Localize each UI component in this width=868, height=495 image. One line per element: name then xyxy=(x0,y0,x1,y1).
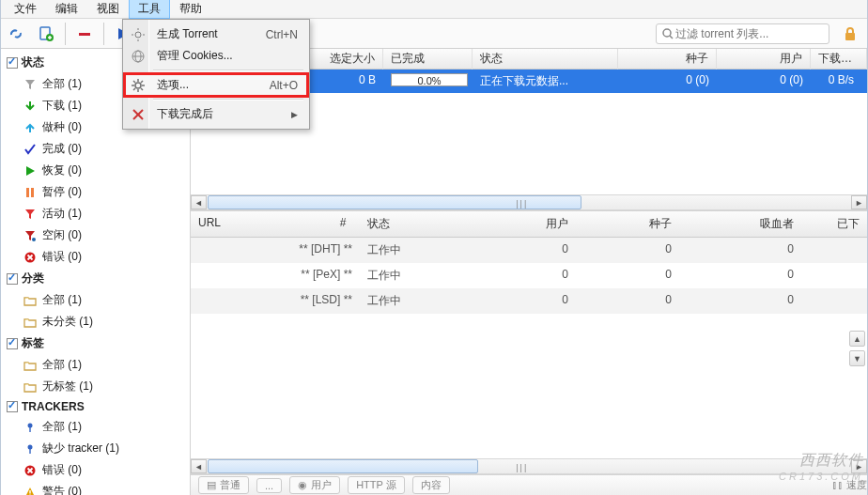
check-icon xyxy=(23,143,37,156)
sidebar-item-label: 恢复 (0) xyxy=(42,162,82,178)
sidebar-item[interactable]: 缺少 tracker (1) xyxy=(1,438,190,459)
checkbox-icon[interactable] xyxy=(7,401,18,412)
play-icon xyxy=(23,164,37,178)
menu-tools[interactable]: 工具 xyxy=(129,0,170,19)
sidebar-item-label: 错误 (0) xyxy=(42,249,82,265)
checkbox-icon[interactable] xyxy=(7,273,18,285)
col-header-users[interactable]: 用户 xyxy=(444,214,576,234)
section-trackers[interactable]: TRACKERS xyxy=(1,397,190,416)
filter-input[interactable] xyxy=(674,26,823,41)
tracker-icon xyxy=(23,442,37,456)
sidebar-item-label: 完成 (0) xyxy=(42,141,82,157)
tracker-row[interactable]: ** [LSD] ** 工作中 0 0 0 xyxy=(191,288,867,314)
svg-point-15 xyxy=(135,83,141,88)
col-header-seed[interactable]: 种子 xyxy=(618,49,717,70)
menu-item-shortcut: Ctrl+N xyxy=(266,28,298,41)
section-category[interactable]: 分类 xyxy=(1,268,190,289)
section-tags[interactable]: 标签 xyxy=(1,333,190,354)
checkbox-icon[interactable] xyxy=(7,57,18,69)
svg-line-21 xyxy=(141,88,143,90)
col-header-leech[interactable]: 吸血者 xyxy=(679,214,801,234)
sidebar-item[interactable]: 错误 (0) xyxy=(1,246,190,268)
tracker-header[interactable]: # URL 状态 用户 种子 吸血者 已下 xyxy=(191,211,867,238)
sidebar-item[interactable]: 错误 (0) xyxy=(1,459,190,481)
scroll-right-icon[interactable]: ► xyxy=(851,195,867,209)
tracker-users: 0 xyxy=(444,240,576,260)
sidebar-item[interactable]: 警告 (0) xyxy=(1,481,190,495)
col-header-speed[interactable]: 下载速度 xyxy=(811,49,867,70)
menu-item-gen-torrent[interactable]: 生成 Torrent Ctrl+N xyxy=(125,23,307,45)
v-scroll-buttons: ▲ ▼ xyxy=(849,331,865,366)
sidebar-item[interactable]: 全部 (1) xyxy=(1,289,190,311)
tracker-users: 0 xyxy=(444,266,576,286)
tracker-url: ** [PeX] ** xyxy=(191,266,360,286)
add-link-button[interactable] xyxy=(5,23,27,45)
folder-icon xyxy=(23,294,37,307)
scroll-right-icon[interactable]: ► xyxy=(851,459,867,473)
status-bar: ▤普通 ... ◉用户 HTTP 源 内容 ⫿⫿ 速度 xyxy=(191,474,867,495)
cell-user: 0 (0) xyxy=(717,70,811,93)
tracker-panel: # URL 状态 用户 种子 吸血者 已下 ** [DHT] ** 工作中 0 … xyxy=(191,210,867,314)
svg-rect-28 xyxy=(31,188,34,197)
menu-file[interactable]: 文件 xyxy=(5,0,46,19)
section-label: 状态 xyxy=(22,54,44,70)
lock-icon[interactable] xyxy=(843,26,858,41)
scroll-up-icon[interactable]: ▲ xyxy=(849,331,865,347)
tab-content[interactable]: 内容 xyxy=(412,476,450,494)
sidebar-item[interactable]: 活动 (1) xyxy=(1,203,190,224)
globe-icon xyxy=(131,49,146,64)
tab-general[interactable]: ▤普通 xyxy=(198,476,249,494)
svg-line-22 xyxy=(141,81,143,83)
menu-view[interactable]: 视图 xyxy=(87,0,129,19)
menu-help[interactable]: 帮助 xyxy=(170,0,211,19)
sidebar-item-label: 警告 (0) xyxy=(42,484,82,495)
user-icon: ◉ xyxy=(298,479,307,491)
folder-icon xyxy=(23,380,37,394)
menu-item-after-download[interactable]: 下载完成后 xyxy=(125,103,307,125)
tab-peers[interactable]: ◉用户 xyxy=(289,476,340,494)
add-torrent-file-button[interactable] xyxy=(35,23,57,45)
cell-speed: 0 B/s xyxy=(811,70,867,93)
menu-separator xyxy=(153,70,303,71)
h-scrollbar-bottom[interactable]: ◄ ||| ► xyxy=(191,458,867,474)
col-header-down[interactable]: 已下 xyxy=(801,214,867,234)
col-header-status[interactable]: 状态 xyxy=(473,49,618,70)
h-scrollbar-top[interactable]: ◄ ||| ► xyxy=(191,194,867,210)
arrow-up-icon xyxy=(23,121,37,134)
remove-button[interactable] xyxy=(73,23,96,45)
scroll-down-icon[interactable]: ▼ xyxy=(849,350,865,366)
scroll-left-icon[interactable]: ◄ xyxy=(191,459,207,473)
menu-item-options[interactable]: 选项... Alt+O xyxy=(125,74,307,96)
col-header-url[interactable]: URL xyxy=(198,216,221,229)
svg-marker-26 xyxy=(26,166,35,176)
scroll-left-icon[interactable]: ◄ xyxy=(191,195,207,209)
sidebar-item[interactable]: 空闲 (0) xyxy=(1,224,190,246)
folder-icon xyxy=(23,359,37,372)
sidebar-item[interactable]: 全部 (1) xyxy=(1,354,190,376)
sidebar-item[interactable]: 全部 (1) xyxy=(1,416,190,438)
col-header[interactable]: # xyxy=(340,216,347,229)
sidebar-item-label: 全部 (1) xyxy=(42,76,82,92)
checkbox-icon[interactable] xyxy=(7,338,18,349)
sidebar-item[interactable]: 未分类 (1) xyxy=(1,311,190,333)
col-header-user[interactable]: 用户 xyxy=(717,49,811,70)
svg-rect-2 xyxy=(79,33,90,36)
menu-item-manage-cookies[interactable]: 管理 Cookies... xyxy=(125,45,307,67)
sidebar-item[interactable]: 恢复 (0) xyxy=(1,160,190,181)
warn-icon xyxy=(23,486,37,496)
tracker-row[interactable]: ** [DHT] ** 工作中 0 0 0 xyxy=(191,238,867,263)
sidebar-item[interactable]: 暂停 (0) xyxy=(1,181,190,203)
menu-edit[interactable]: 编辑 xyxy=(46,0,87,19)
col-header-done[interactable]: 已完成 xyxy=(383,49,473,70)
sun-icon xyxy=(131,27,146,42)
sidebar-item[interactable]: 无标签 (1) xyxy=(1,376,190,397)
col-header-status[interactable]: 状态 xyxy=(360,214,444,234)
tracker-row[interactable]: ** [PeX] ** 工作中 0 0 0 xyxy=(191,263,867,288)
col-header-seeds[interactable]: 种子 xyxy=(576,214,679,234)
tab-b[interactable]: ... xyxy=(256,478,282,493)
menu-item-label: 选项... xyxy=(157,77,189,93)
menu-item-label: 管理 Cookies... xyxy=(157,48,233,64)
filter-search-box[interactable] xyxy=(656,23,829,44)
sidebar-item[interactable]: 完成 (0) xyxy=(1,138,190,160)
tab-http-sources[interactable]: HTTP 源 xyxy=(348,476,405,494)
